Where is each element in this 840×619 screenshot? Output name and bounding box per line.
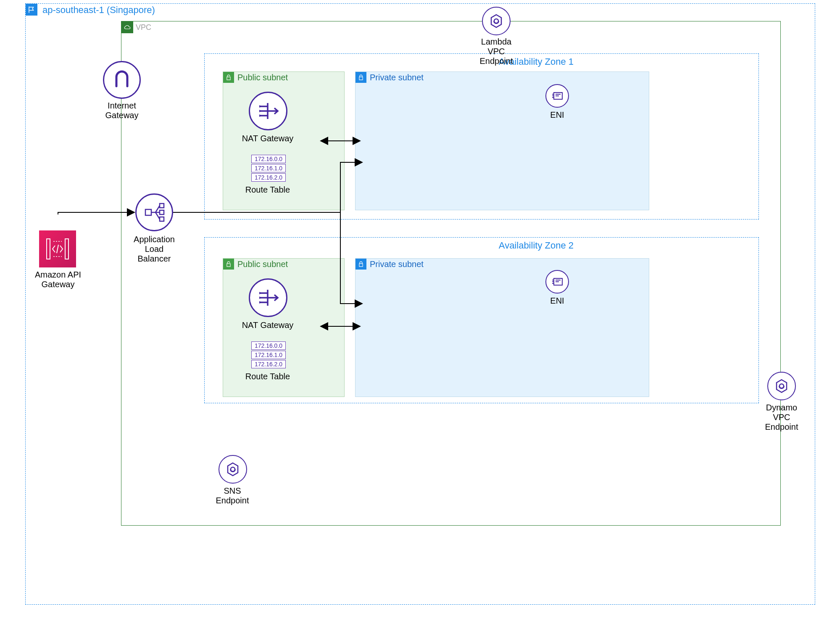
svg-rect-4 (160, 210, 164, 214)
vpc-label: VPC (136, 23, 151, 32)
api-gateway-icon (39, 230, 76, 267)
az2-label: Availability Zone 2 (499, 240, 574, 251)
svg-point-10 (231, 467, 235, 471)
svg-rect-2 (145, 209, 151, 215)
public-subnet-lock-icon (223, 259, 234, 270)
svg-rect-1 (65, 239, 68, 259)
sns-endpoint-label: SNS Endpoint (197, 486, 268, 505)
region-flag-icon (26, 4, 37, 16)
alb-label: Application Load Balancer (118, 235, 190, 264)
dynamo-endpoint-label: Dynamo VPC Endpoint (746, 403, 817, 432)
az1-eni-label: ENI (532, 110, 582, 120)
svg-point-9 (779, 384, 784, 388)
az2-nat-gateway-label: NAT Gateway (232, 320, 303, 330)
az1-nat-gateway-icon (249, 92, 287, 130)
region-label: ap-southeast-1 (Singapore) (42, 5, 155, 16)
az2-route-table-icon: 172.16.0.0 172.16.1.0 172.16.2.0 (251, 341, 286, 369)
az2-eni-label: ENI (532, 296, 582, 306)
internet-gateway-label: Internet Gateway (86, 101, 158, 120)
internet-gateway-icon (103, 61, 141, 99)
lambda-endpoint-label: Lambda VPC Endpoint (461, 37, 532, 66)
vpc-cloud-icon (121, 21, 133, 33)
dynamo-endpoint-icon (767, 372, 796, 400)
az1-route-table-icon: 172.16.0.0 172.16.1.0 172.16.2.0 (251, 155, 286, 183)
az2-eni-icon (545, 270, 569, 294)
route-entry: 172.16.2.0 (251, 173, 286, 182)
route-entry: 172.16.2.0 (251, 360, 286, 368)
az1-public-subnet-label: Public subnet (237, 73, 288, 82)
az1-eni-icon (545, 84, 569, 108)
route-entry: 172.16.0.0 (251, 155, 286, 163)
route-entry: 172.16.1.0 (251, 351, 286, 359)
route-entry: 172.16.0.0 (251, 341, 286, 350)
alb-icon (135, 193, 173, 231)
svg-rect-3 (160, 204, 164, 208)
az2-nat-gateway-icon (249, 278, 287, 317)
az2-route-table-label: Route Table (232, 372, 303, 381)
private-subnet-lock-icon (355, 72, 366, 83)
az1-private-subnet: Private subnet (355, 71, 649, 210)
svg-rect-5 (160, 217, 164, 221)
az2-private-subnet-label: Private subnet (370, 259, 424, 269)
route-entry: 172.16.1.0 (251, 164, 286, 172)
svg-point-8 (494, 19, 498, 23)
private-subnet-lock-icon (355, 259, 366, 270)
lambda-endpoint-icon (482, 7, 511, 35)
sns-endpoint-icon (219, 455, 247, 484)
az2-private-subnet: Private subnet (355, 258, 649, 397)
public-subnet-lock-icon (223, 72, 234, 83)
az1-nat-gateway-label: NAT Gateway (232, 134, 303, 143)
svg-rect-0 (47, 239, 50, 259)
az2-public-subnet-label: Public subnet (237, 259, 288, 269)
az1-private-subnet-label: Private subnet (370, 73, 424, 82)
api-gateway-label: Amazon API Gateway (22, 270, 94, 289)
az1-route-table-label: Route Table (232, 185, 303, 195)
